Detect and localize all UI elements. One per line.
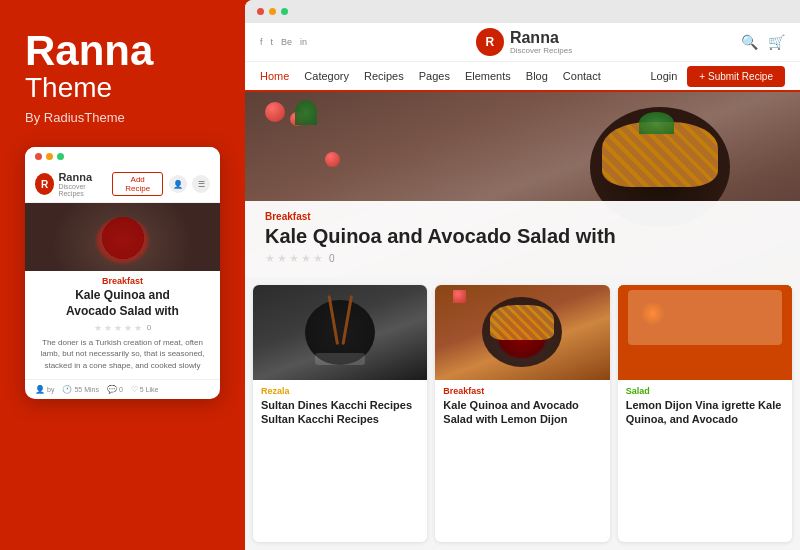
mobile-header-icons: 👤 ☰ bbox=[169, 175, 210, 193]
footer-likes-label: 5 Like bbox=[140, 386, 159, 393]
brand-by: By RadiusTheme bbox=[25, 110, 220, 125]
heart-icon: ♡ bbox=[131, 385, 138, 394]
header-actions: 🔍 🛒 bbox=[741, 34, 785, 50]
hero-title: Kale Quinoa and Avocado Salad with bbox=[265, 225, 780, 248]
mobile-logo-text: Ranna bbox=[58, 171, 106, 183]
clock-icon: 🕐 bbox=[62, 385, 72, 394]
left-panel: Ranna Theme By RadiusTheme R Ranna Disco… bbox=[0, 0, 245, 550]
nav-item-category[interactable]: Category bbox=[304, 62, 349, 90]
stick-2 bbox=[341, 295, 353, 345]
card-2-category: Breakfast bbox=[443, 386, 601, 396]
search-icon[interactable]: 🔍 bbox=[741, 34, 758, 50]
stick-1 bbox=[328, 295, 340, 345]
mobile-logo-text-wrap: Ranna Discover Recipes bbox=[58, 171, 106, 197]
hero-rating-count: 0 bbox=[329, 253, 335, 264]
user-icon-small: 👤 bbox=[35, 385, 45, 394]
card-1-decoration bbox=[315, 353, 365, 365]
footer-by: 👤 by bbox=[35, 385, 54, 394]
card-2-tomato bbox=[453, 290, 466, 303]
hero-category: Breakfast bbox=[265, 211, 780, 222]
star-4: ★ bbox=[124, 323, 132, 333]
behance-icon[interactable]: Be bbox=[281, 37, 292, 47]
footer-by-label: by bbox=[47, 386, 54, 393]
mobile-preview-card: R Ranna Discover Recipes Add Recipe 👤 ☰ … bbox=[25, 147, 220, 399]
star-2: ★ bbox=[104, 323, 112, 333]
recipe-card-1: Rezala Sultan Dines Kacchi Recipes Sulta… bbox=[253, 285, 427, 542]
nav-item-pages[interactable]: Pages bbox=[419, 62, 450, 90]
hero-star-1: ★ bbox=[265, 252, 275, 265]
card-1-content: Rezala Sultan Dines Kacchi Recipes Sulta… bbox=[253, 380, 427, 433]
scattered-tomatoes bbox=[325, 152, 340, 171]
site-logo-main: Ranna bbox=[510, 30, 572, 46]
herb-on-bowl bbox=[639, 112, 674, 134]
facebook-icon[interactable]: f bbox=[260, 37, 263, 47]
footer-comment-count: 0 bbox=[119, 386, 123, 393]
nav-right: Login + Submit Recipe bbox=[650, 66, 785, 87]
social-icons: f t Be in bbox=[260, 37, 307, 47]
mobile-card-category: Breakfast bbox=[25, 271, 220, 288]
card-3-plate bbox=[628, 290, 782, 345]
browser-dot-red bbox=[257, 8, 264, 15]
footer-comments: 💬 0 bbox=[107, 385, 123, 394]
star-3: ★ bbox=[114, 323, 122, 333]
site-logo-area: R Ranna Discover Recipes bbox=[307, 28, 741, 56]
cards-section: Rezala Sultan Dines Kacchi Recipes Sulta… bbox=[245, 277, 800, 550]
cart-icon[interactable]: 🛒 bbox=[768, 34, 785, 50]
mobile-logo-tagline: Discover Recipes bbox=[58, 183, 106, 197]
nav-item-recipes[interactable]: Recipes bbox=[364, 62, 404, 90]
mobile-card-title: Kale Quinoa andAvocado Salad with bbox=[25, 288, 220, 323]
star-1: ★ bbox=[94, 323, 102, 333]
nav-item-elements[interactable]: Elements bbox=[465, 62, 511, 90]
star-5: ★ bbox=[134, 323, 142, 333]
hero-star-5: ★ bbox=[313, 252, 323, 265]
card-1-title: Sultan Dines Kacchi Recipes Sultan Kacch… bbox=[261, 398, 419, 427]
mobile-description: The doner is a Turkish creation of meat,… bbox=[25, 337, 220, 371]
chopsticks bbox=[329, 295, 351, 349]
card-2-image bbox=[435, 285, 609, 380]
linkedin-icon[interactable]: in bbox=[300, 37, 307, 47]
mobile-stars: ★ ★ ★ ★ ★ 0 bbox=[25, 323, 220, 333]
hero-star-3: ★ bbox=[289, 252, 299, 265]
dot-red bbox=[35, 153, 42, 160]
card-2-title: Kale Quinoa and Avocado Salad with Lemon… bbox=[443, 398, 601, 427]
hero-stars: ★ ★ ★ ★ ★ 0 bbox=[265, 252, 780, 265]
mobile-logo-icon: R bbox=[35, 173, 54, 195]
nav-items: Home Category Recipes Pages Elements Blo… bbox=[260, 62, 650, 90]
nav-item-blog[interactable]: Blog bbox=[526, 62, 548, 90]
mobile-card-header: R Ranna Discover Recipes Add Recipe 👤 ☰ bbox=[25, 166, 220, 203]
mobile-rating-count: 0 bbox=[147, 323, 151, 333]
hero-star-4: ★ bbox=[301, 252, 311, 265]
recipe-card-2: Breakfast Kale Quinoa and Avocado Salad … bbox=[435, 285, 609, 542]
card-2-pasta bbox=[490, 305, 554, 340]
card-1-category: Rezala bbox=[261, 386, 419, 396]
card-3-title: Lemon Dijon Vina igrette Kale Quinoa, an… bbox=[626, 398, 784, 427]
mobile-add-recipe-button[interactable]: Add Recipe bbox=[112, 172, 163, 196]
browser-dot-yellow bbox=[269, 8, 276, 15]
hero-star-2: ★ bbox=[277, 252, 287, 265]
site-logo-tagline: Discover Recipes bbox=[510, 46, 572, 55]
nav-item-contact[interactable]: Contact bbox=[563, 62, 601, 90]
card-2-bowl bbox=[482, 297, 562, 367]
nav-item-home[interactable]: Home bbox=[260, 62, 289, 92]
mobile-logo: R Ranna Discover Recipes bbox=[35, 171, 106, 197]
footer-time: 🕐 55 Mins bbox=[62, 385, 99, 394]
card-3-category: Salad bbox=[626, 386, 784, 396]
submit-recipe-button[interactable]: + Submit Recipe bbox=[687, 66, 785, 87]
mobile-menu-icon: ☰ bbox=[192, 175, 210, 193]
brand-title: Ranna bbox=[25, 30, 220, 72]
comment-icon: 💬 bbox=[107, 385, 117, 394]
footer-time-label: 55 Mins bbox=[74, 386, 99, 393]
mobile-topbar bbox=[25, 147, 220, 166]
dot-yellow bbox=[46, 153, 53, 160]
card-3-content: Salad Lemon Dijon Vina igrette Kale Quin… bbox=[618, 380, 792, 433]
mobile-user-icon: 👤 bbox=[169, 175, 187, 193]
footer-likes: ♡ 5 Like bbox=[131, 385, 159, 394]
site-logo-icon: R bbox=[476, 28, 504, 56]
card-2-content: Breakfast Kale Quinoa and Avocado Salad … bbox=[435, 380, 609, 433]
login-link[interactable]: Login bbox=[650, 70, 677, 82]
twitter-icon[interactable]: t bbox=[271, 37, 274, 47]
card-3-image bbox=[618, 285, 792, 380]
mobile-hero-image bbox=[25, 203, 220, 271]
recipe-card-3: Salad Lemon Dijon Vina igrette Kale Quin… bbox=[618, 285, 792, 542]
brand-subtitle: Theme bbox=[25, 72, 220, 104]
